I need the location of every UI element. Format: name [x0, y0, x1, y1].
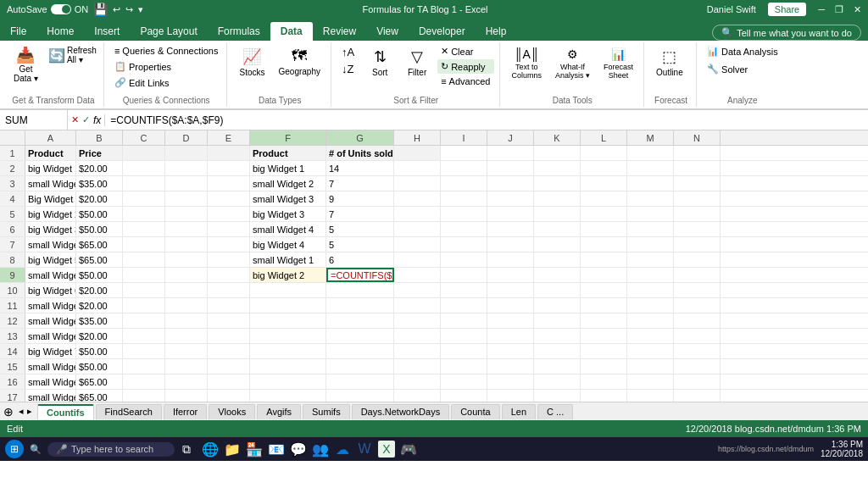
- store-icon[interactable]: 🏪: [246, 441, 263, 458]
- cell-B14[interactable]: $50.00: [76, 344, 123, 358]
- cell-D8[interactable]: [165, 252, 208, 267]
- cell-extra-4-4[interactable]: [627, 191, 674, 206]
- name-box[interactable]: SUM: [0, 110, 68, 130]
- get-data-button[interactable]: 📥 GetData ▾: [8, 44, 43, 86]
- cell-F13[interactable]: [250, 329, 326, 343]
- cell-extra-6-4[interactable]: [627, 222, 674, 236]
- col-header-h[interactable]: H: [394, 130, 441, 145]
- cell-A10[interactable]: big Widget 6: [25, 283, 76, 297]
- cell-G7[interactable]: 5: [326, 237, 394, 252]
- cell-D1[interactable]: [165, 146, 208, 160]
- cell-B8[interactable]: $65.00: [76, 252, 123, 267]
- cell-extra-11-4[interactable]: [627, 298, 674, 313]
- cell-extra-4-2[interactable]: [534, 191, 581, 206]
- cell-extra-4-3[interactable]: [581, 191, 627, 206]
- cell-extra-10-5[interactable]: [674, 283, 721, 297]
- cell-F2[interactable]: big Widget 1: [250, 161, 326, 175]
- cell-H1[interactable]: [394, 146, 441, 160]
- cell-extra-12-3[interactable]: [581, 313, 627, 328]
- cell-extra-8-2[interactable]: [534, 252, 581, 267]
- col-header-d[interactable]: D: [165, 130, 208, 145]
- sort-az-button[interactable]: ↑A: [338, 44, 358, 60]
- cell-extra-12-1[interactable]: [487, 313, 534, 328]
- cell-A3[interactable]: small Widget 2: [25, 176, 76, 191]
- share-button[interactable]: Share: [768, 3, 806, 16]
- solver-button[interactable]: 🔧 Solver: [704, 62, 751, 76]
- clear-button[interactable]: ✕ Clear: [437, 44, 493, 58]
- cell-F5[interactable]: big Widget 3: [250, 207, 326, 221]
- cell-F7[interactable]: big Widget 4: [250, 237, 326, 252]
- cell-D9[interactable]: [165, 268, 208, 282]
- cell-D11[interactable]: [165, 298, 208, 313]
- cell-B16[interactable]: $65.00: [76, 374, 123, 389]
- cell-A9[interactable]: small Widget 1: [25, 268, 76, 282]
- cell-C12[interactable]: [123, 313, 165, 328]
- cell-H17[interactable]: [394, 390, 441, 402]
- tab-formulas[interactable]: Formulas: [208, 22, 270, 41]
- cell-extra-12-5[interactable]: [674, 313, 721, 328]
- cell-G1[interactable]: # of Units sold: [326, 146, 394, 160]
- cell-extra-14-3[interactable]: [581, 344, 627, 358]
- col-header-j[interactable]: J: [487, 130, 534, 145]
- cell-G6[interactable]: 5: [326, 222, 394, 236]
- refresh-all-button[interactable]: 🔄 RefreshAll ▾: [47, 44, 98, 66]
- cell-extra-11-1[interactable]: [487, 298, 534, 313]
- cell-extra-16-2[interactable]: [534, 374, 581, 389]
- cell-extra-2-2[interactable]: [534, 161, 581, 175]
- table-row[interactable]: 5big Widget 2$50.00big Widget 37: [0, 207, 868, 222]
- cell-A17[interactable]: small Widget 10: [25, 390, 76, 402]
- cell-extra-7-4[interactable]: [627, 237, 674, 252]
- col-header-i[interactable]: I: [441, 130, 487, 145]
- cell-extra-12-2[interactable]: [534, 313, 581, 328]
- outlook-icon[interactable]: 📧: [268, 441, 285, 458]
- cell-extra-2-3[interactable]: [581, 161, 627, 175]
- cell-extra-3-2[interactable]: [534, 176, 581, 191]
- cell-C14[interactable]: [123, 344, 165, 358]
- cell-C10[interactable]: [123, 283, 165, 297]
- cell-D6[interactable]: [165, 222, 208, 236]
- cell-E6[interactable]: [208, 222, 250, 236]
- col-header-m[interactable]: M: [627, 130, 674, 145]
- properties-button[interactable]: 📋 Properties: [111, 59, 175, 74]
- cell-extra-16-4[interactable]: [627, 374, 674, 389]
- add-sheet-button[interactable]: ⊕: [3, 405, 14, 419]
- table-row[interactable]: 2big Widget 1$20.00big Widget 114: [0, 161, 868, 176]
- redo-icon[interactable]: ↪: [125, 4, 133, 15]
- cell-extra-7-3[interactable]: [581, 237, 627, 252]
- customize-icon[interactable]: ▾: [138, 4, 143, 15]
- close-button[interactable]: ✕: [854, 4, 861, 15]
- col-header-e[interactable]: E: [208, 130, 250, 145]
- cell-extra-5-4[interactable]: [627, 207, 674, 221]
- undo-icon[interactable]: ↩: [113, 4, 120, 15]
- cell-C3[interactable]: [123, 176, 165, 191]
- cell-A8[interactable]: big Widget 5: [25, 252, 76, 267]
- cell-extra-12-0[interactable]: [441, 313, 487, 328]
- cell-B13[interactable]: $20.00: [76, 329, 123, 343]
- sort-za-button[interactable]: ↓Z: [338, 61, 358, 77]
- cell-extra-15-5[interactable]: [674, 359, 721, 374]
- advanced-button[interactable]: ≡ Advanced: [437, 75, 493, 88]
- cell-F15[interactable]: [250, 359, 326, 374]
- autosave-toggle[interactable]: [51, 4, 71, 14]
- cell-E15[interactable]: [208, 359, 250, 374]
- cell-C2[interactable]: [123, 161, 165, 175]
- cell-E14[interactable]: [208, 344, 250, 358]
- cell-extra-9-2[interactable]: [534, 268, 581, 282]
- sheet-tab-counta[interactable]: Counta: [451, 404, 499, 419]
- cell-extra-13-3[interactable]: [581, 329, 627, 343]
- cell-extra-14-5[interactable]: [674, 344, 721, 358]
- minimize-button[interactable]: ─: [818, 4, 825, 14]
- cell-H8[interactable]: [394, 252, 441, 267]
- col-header-c[interactable]: C: [123, 130, 165, 145]
- cell-B5[interactable]: $50.00: [76, 207, 123, 221]
- cell-extra-6-2[interactable]: [534, 222, 581, 236]
- cell-extra-17-3[interactable]: [581, 390, 627, 402]
- cell-extra-6-0[interactable]: [441, 222, 487, 236]
- cell-extra-17-0[interactable]: [441, 390, 487, 402]
- cell-H11[interactable]: [394, 298, 441, 313]
- cell-B12[interactable]: $35.00: [76, 313, 123, 328]
- cell-extra-6-5[interactable]: [674, 222, 721, 236]
- cell-extra-15-2[interactable]: [534, 359, 581, 374]
- cell-extra-12-4[interactable]: [627, 313, 674, 328]
- cell-extra-5-3[interactable]: [581, 207, 627, 221]
